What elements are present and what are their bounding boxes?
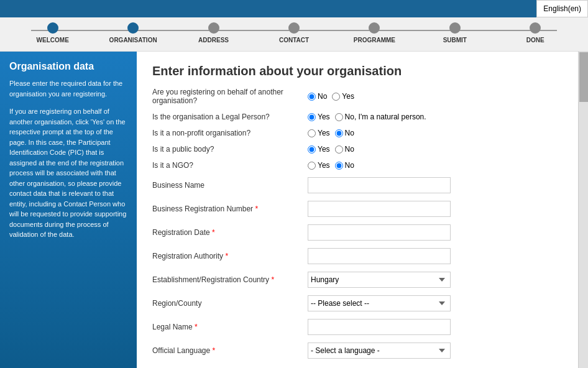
region-row: Region/County -- Please select --	[152, 295, 563, 311]
step-label-contact: CONTACT	[279, 37, 309, 44]
step-done[interactable]: DONE	[495, 22, 576, 44]
business-reg-control	[308, 201, 563, 217]
nonprofit-radio-group: Yes No	[308, 129, 563, 137]
main-layout: Organisation data Please enter the requi…	[0, 52, 588, 368]
official-lang-select[interactable]: - Select a language - English Hungarian …	[308, 343, 451, 359]
ngo-radio-group: Yes No	[308, 161, 563, 170]
country-control: Hungary Austria Belgium Germany France	[308, 272, 563, 288]
legal-name-row: Legal Name	[152, 319, 563, 335]
business-reg-label: Business Registration Number	[152, 205, 308, 213]
region-control: -- Please select --	[308, 295, 563, 311]
step-organisation[interactable]: ORGANISATION	[93, 22, 173, 44]
content-area: Enter information about your organisatio…	[137, 52, 578, 368]
reg-authority-row: Registration Authority	[152, 248, 563, 264]
step-circle-contact	[288, 22, 300, 34]
behalf-yes-radio[interactable]	[332, 93, 340, 101]
nonprofit-no-radio[interactable]	[335, 129, 343, 137]
language-button[interactable]: English(en)	[536, 0, 588, 17]
reg-authority-control	[308, 248, 563, 264]
region-select[interactable]: -- Please select --	[308, 295, 451, 311]
country-row: Establishment/Registration Country Hunga…	[152, 272, 563, 288]
public-body-label: Is it a public body?	[152, 145, 308, 154]
behalf-no-option[interactable]: No	[308, 92, 327, 101]
behalf-label: Are you registering on behalf of another…	[152, 88, 308, 105]
business-name-control	[308, 177, 563, 193]
ngo-no-option[interactable]: No	[335, 161, 354, 170]
reg-date-label: Registration Date	[152, 228, 308, 237]
reg-date-row: Registration Date	[152, 224, 563, 241]
legal-person-label: Is the organisation a Legal Person?	[152, 113, 308, 121]
step-circle-programme	[369, 22, 380, 34]
behalf-yes-option[interactable]: Yes	[332, 92, 354, 101]
nonprofit-yes-radio[interactable]	[308, 129, 316, 137]
legal-name-input[interactable]	[308, 319, 451, 335]
ngo-yes-option[interactable]: Yes	[308, 161, 330, 170]
legal-name-label: Legal Name	[152, 323, 308, 331]
nonprofit-label: Is it a non-profit organisation?	[152, 129, 308, 137]
top-bar: English(en)	[0, 0, 588, 17]
business-reg-row: Business Registration Number	[152, 201, 563, 217]
official-lang-row: Official Language - Select a language - …	[152, 343, 563, 359]
official-lang-control: - Select a language - English Hungarian …	[308, 343, 563, 359]
sidebar-para1: Please enter the required data for the o…	[9, 78, 127, 99]
legal-person-yes-radio[interactable]	[308, 113, 316, 121]
business-name-input[interactable]	[308, 177, 451, 193]
public-body-row: Is it a public body? Yes No	[152, 145, 563, 154]
public-body-yes-radio[interactable]	[308, 145, 316, 154]
step-programme[interactable]: PROGRAMME	[334, 22, 415, 44]
public-body-no-option[interactable]: No	[335, 145, 354, 154]
step-label-programme: PROGRAMME	[354, 37, 395, 44]
scrollbar-thumb[interactable]	[579, 52, 588, 102]
progress-steps: WELCOME ORGANISATION ADDRESS CONTACT PRO…	[0, 22, 588, 44]
reg-authority-input[interactable]	[308, 248, 451, 264]
country-label: Establishment/Registration Country	[152, 275, 308, 284]
behalf-radio-group: No Yes	[308, 92, 563, 101]
ngo-row: Is it a NGO? Yes No	[152, 161, 563, 170]
public-body-yes-option[interactable]: Yes	[308, 145, 330, 154]
step-label-welcome: WELCOME	[37, 37, 69, 44]
page-heading: Enter information about your organisatio…	[152, 64, 563, 78]
ngo-label: Is it a NGO?	[152, 161, 308, 170]
step-circle-welcome	[47, 22, 58, 34]
official-lang-label: Official Language	[152, 346, 308, 355]
step-contact[interactable]: CONTACT	[254, 22, 334, 44]
step-circle-done	[530, 22, 541, 34]
nonprofit-yes-option[interactable]: Yes	[308, 129, 330, 137]
reg-date-control	[308, 224, 563, 241]
progress-nav: WELCOME ORGANISATION ADDRESS CONTACT PRO…	[0, 17, 588, 52]
business-reg-input[interactable]	[308, 201, 451, 217]
behalf-no-radio[interactable]	[308, 93, 316, 101]
step-label-address: ADDRESS	[198, 37, 229, 44]
legal-person-yes-option[interactable]: Yes	[308, 113, 330, 121]
public-body-radio-group: Yes No	[308, 145, 563, 154]
legal-person-no-radio[interactable]	[335, 113, 343, 121]
legal-name-control	[308, 319, 563, 335]
reg-authority-label: Registration Authority	[152, 252, 308, 260]
sidebar-heading: Organisation data	[9, 61, 127, 72]
legal-person-row: Is the organisation a Legal Person? Yes …	[152, 113, 563, 121]
legal-person-no-option[interactable]: No, I'm a natural person.	[335, 113, 426, 121]
step-label-submit: SUBMIT	[443, 37, 467, 44]
step-circle-address	[208, 22, 219, 34]
public-body-no-radio[interactable]	[335, 145, 343, 154]
sidebar-para2: If you are registering on behalf of anot…	[9, 106, 127, 240]
step-circle-organisation	[127, 22, 139, 34]
country-select[interactable]: Hungary Austria Belgium Germany France	[308, 272, 451, 288]
scrollbar-track[interactable]	[578, 52, 588, 368]
step-label-done: DONE	[526, 37, 544, 44]
behalf-row: Are you registering on behalf of another…	[152, 88, 563, 105]
step-label-organisation: ORGANISATION	[109, 37, 157, 44]
nonprofit-no-option[interactable]: No	[335, 129, 354, 137]
region-label: Region/County	[152, 299, 308, 308]
step-submit[interactable]: SUBMIT	[415, 22, 495, 44]
business-name-label: Business Name	[152, 181, 308, 190]
ngo-no-radio[interactable]	[335, 162, 343, 170]
nonprofit-row: Is it a non-profit organisation? Yes No	[152, 129, 563, 137]
reg-date-input[interactable]	[308, 224, 451, 241]
business-name-row: Business Name	[152, 177, 563, 193]
step-welcome[interactable]: WELCOME	[12, 22, 93, 44]
sidebar: Organisation data Please enter the requi…	[0, 52, 137, 368]
step-address[interactable]: ADDRESS	[173, 22, 254, 44]
legal-person-radio-group: Yes No, I'm a natural person.	[308, 113, 563, 121]
ngo-yes-radio[interactable]	[308, 162, 316, 170]
